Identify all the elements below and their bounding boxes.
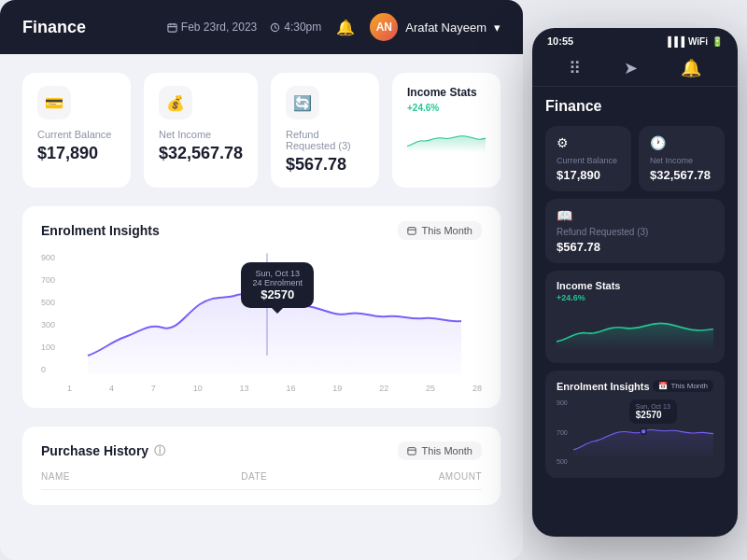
date-text: Feb 23rd, 2023	[181, 21, 257, 34]
net-income-card: 💰 Net Income $32,567.78	[144, 73, 258, 188]
col-amount: AMOUNT	[439, 471, 482, 482]
stat-cards-row: 💳 Current Balance $17,890 💰 Net Income $…	[22, 73, 500, 188]
header-right: Feb 23rd, 2023 4:30pm 🔔 AN Arafat Nayeem…	[167, 13, 500, 41]
mobile-nav-bar: ⠿ ➤ 🔔	[532, 50, 738, 87]
mobile-income-stats-card: Income Stats +24.6%	[545, 271, 725, 363]
income-value: $32,567.78	[159, 144, 243, 163]
mobile-period-badge: 📅 This Month	[653, 380, 713, 392]
chart-tooltip: Sun, Oct 13 24 Enrolment $2570	[241, 262, 314, 308]
calendar-purchase-icon	[407, 446, 416, 455]
mobile-time: 10:55	[547, 35, 573, 47]
chart-header: Enrolment Insights This Month	[41, 221, 482, 240]
mobile-cards-row: ⚙ Current Balance $17,890 🕐 Net Income $…	[545, 126, 725, 191]
mobile-chart-tooltip: Sun, Oct 13 $2570	[629, 399, 677, 424]
mobile-title: Finance	[545, 98, 725, 115]
chevron-down-icon: ▾	[494, 21, 500, 35]
svg-line-6	[275, 27, 277, 28]
user-profile[interactable]: AN Arafat Nayeem ▾	[370, 13, 500, 41]
mobile-cursor-icon[interactable]: ➤	[624, 58, 638, 78]
time-text: 4:30pm	[284, 21, 321, 34]
mobile-status-bar: 10:55 ▐▐▐ WiFi 🔋	[532, 28, 738, 50]
refund-card: 🔄 Refund Requested (3) $567.78	[271, 73, 379, 188]
purchase-history-section: Purchase History ⓘ This Month NAME DATE …	[22, 427, 500, 505]
header-date-time: Feb 23rd, 2023 4:30pm	[167, 21, 321, 34]
mobile-income-value: $32,567.78	[650, 168, 713, 182]
avatar: AN	[370, 13, 398, 41]
mobile-content: Finance ⚙ Current Balance $17,890 🕐 Net …	[532, 87, 738, 530]
battery-icon: 🔋	[712, 36, 723, 47]
mobile-refund-icon: 📖	[557, 208, 713, 223]
mobile-refund-label: Refund Requested (3)	[557, 227, 713, 237]
chart-y-axis: 900 700 500 300 100 0	[41, 253, 55, 374]
income-icon: 💰	[159, 86, 192, 119]
mobile-income-icon: 🕐	[650, 135, 713, 150]
tooltip-date: Sun, Oct 13	[252, 269, 303, 278]
income-stats-badge: +24.6%	[407, 103, 486, 113]
mobile-income-stats-badge: +24.6%	[557, 293, 713, 302]
header-title: Finance	[22, 18, 86, 37]
desktop-content: 💳 Current Balance $17,890 💰 Net Income $…	[0, 54, 523, 524]
month-filter[interactable]: This Month	[398, 221, 482, 240]
mobile-refund-card: 📖 Refund Requested (3) $567.78	[545, 199, 725, 263]
table-header: NAME DATE AMOUNT	[41, 471, 482, 490]
mobile-enrol-title: Enrolment Insights	[557, 381, 650, 392]
mobile-tooltip-amount: $2570	[636, 410, 670, 420]
mobile-chart-plot: Sun, Oct 13 $2570	[573, 399, 713, 469]
chart-plot: Sun, Oct 13 24 Enrolment $2570	[67, 253, 482, 374]
income-stats-card: Income Stats +24.6%	[392, 73, 500, 188]
mobile-bell-icon[interactable]: 🔔	[681, 58, 701, 78]
balance-value: $17,890	[37, 144, 116, 163]
mobile-enrol-header: Enrolment Insights 📅 This Month	[557, 380, 713, 392]
refund-label: Refund Requested (3)	[286, 129, 364, 151]
balance-icon: 💳	[37, 86, 71, 119]
mobile-y-labels: 900 700 500	[557, 399, 568, 465]
income-label: Net Income	[159, 129, 243, 140]
mobile-refund-value: $567.78	[557, 240, 713, 254]
income-stats-chart	[407, 119, 486, 161]
calendar-small-icon	[407, 226, 416, 235]
mobile-income-card: 🕐 Net Income $32,567.78	[639, 126, 725, 191]
signal-icon: ▐▐▐	[665, 36, 684, 47]
mobile-grid-icon[interactable]: ⠿	[569, 58, 581, 78]
balance-label: Current Balance	[37, 129, 116, 140]
info-icon: ⓘ	[154, 443, 165, 459]
svg-rect-9	[407, 448, 415, 455]
desktop-header: Finance Feb 23rd, 2023	[0, 0, 523, 54]
mobile-balance-card: ⚙ Current Balance $17,890	[545, 126, 631, 191]
purchase-title: Purchase History ⓘ	[41, 443, 165, 459]
enrolment-insights-section: Enrolment Insights This Month 900 700 50…	[22, 206, 500, 408]
mobile-calendar-icon: 📅	[658, 382, 668, 390]
income-stats-label: Income Stats	[407, 86, 486, 99]
wifi-icon: WiFi	[688, 36, 708, 47]
desktop-dashboard: Finance Feb 23rd, 2023	[0, 0, 523, 560]
calendar-icon	[167, 22, 177, 33]
purchase-period-label: This Month	[422, 445, 472, 456]
refund-icon: 🔄	[286, 86, 319, 119]
mobile-income-chart	[557, 308, 713, 350]
header-date: Feb 23rd, 2023	[167, 21, 257, 34]
mobile-income-stats-label: Income Stats	[557, 280, 713, 291]
purchase-header: Purchase History ⓘ This Month	[41, 441, 482, 460]
col-name: NAME	[41, 471, 70, 482]
mobile-period-text: This Month	[670, 382, 708, 390]
mobile-overlay: 10:55 ▐▐▐ WiFi 🔋 ⠿ ➤ 🔔 Finance ⚙ Current…	[532, 28, 738, 537]
col-date: DATE	[241, 471, 267, 482]
chart-x-axis: 1 4 7 10 13 16 19 22 25 28	[67, 384, 482, 393]
tooltip-amount: $2570	[252, 287, 303, 301]
clock-icon	[270, 22, 280, 33]
mobile-balance-label: Current Balance	[557, 156, 620, 165]
mobile-balance-icon: ⚙	[557, 135, 620, 150]
user-name: Arafat Nayeem	[405, 21, 486, 35]
mobile-enrolment-section: Enrolment Insights 📅 This Month 900 700 …	[545, 371, 725, 478]
period-label: This Month	[422, 225, 472, 236]
svg-point-11	[641, 428, 646, 434]
notification-bell[interactable]: 🔔	[336, 19, 355, 36]
chart-title: Enrolment Insights	[41, 223, 160, 238]
mobile-income-label: Net Income	[650, 156, 713, 165]
chart-area: 900 700 500 300 100 0 Sun, Oct 13 24 Enr…	[41, 253, 482, 393]
header-time: 4:30pm	[270, 21, 321, 34]
mobile-status-icons: ▐▐▐ WiFi 🔋	[665, 36, 723, 47]
svg-rect-7	[407, 228, 415, 235]
purchase-period[interactable]: This Month	[398, 441, 482, 460]
refund-value: $567.78	[286, 155, 364, 175]
